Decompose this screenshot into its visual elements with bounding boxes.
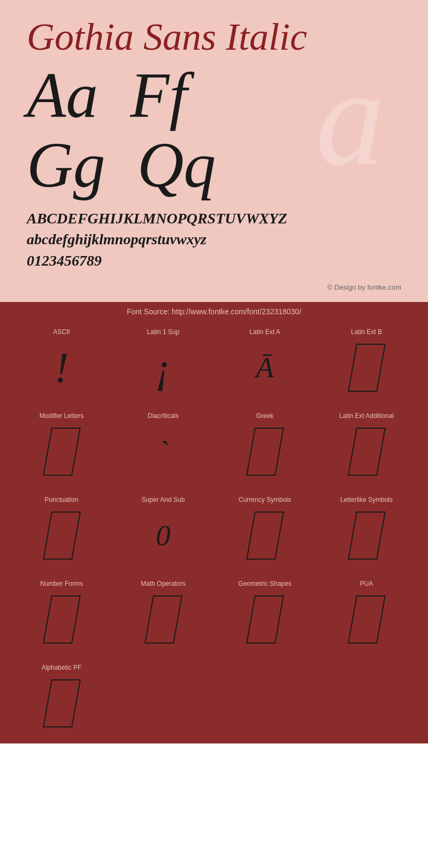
char-block: Latin Ext B — [316, 324, 417, 408]
font-source: Font Source: http://www.fontke.com/font/… — [0, 302, 428, 324]
char-label: Geometric Shapes — [219, 580, 310, 587]
glyph-rect — [246, 428, 284, 476]
char-glyph — [219, 422, 310, 481]
char-grid: ASCII!Latin 1 Sup¡Latin Ext AĀLatin Ext … — [0, 324, 428, 743]
glyph-rect — [348, 511, 386, 560]
char-label: Diacriticals — [118, 412, 209, 420]
glyph-rect — [348, 428, 386, 476]
char-block: ASCII! — [11, 324, 112, 408]
char-block: Geometric Shapes — [214, 576, 316, 660]
char-label: PUA — [321, 580, 412, 587]
alphabet-section: ABCDEFGHIJKLMNOPQRSTUVWXYZ abcdefghijklm… — [27, 208, 401, 279]
letter-pair-ff: Ff — [130, 64, 187, 128]
alphabet-upper: ABCDEFGHIJKLMNOPQRSTUVWXYZ — [27, 208, 401, 229]
letter-pair-gg: Gg — [27, 133, 105, 197]
char-label: Modifier Letters — [16, 412, 107, 420]
dark-section: Font Source: http://www.fontke.com/font/… — [0, 302, 428, 743]
char-block: Latin Ext AĀ — [214, 324, 316, 408]
preview-section: Gothia Sans Italic Aa Ff a Gg Qq ABCDEFG… — [0, 0, 428, 302]
glyph-char: Ā — [256, 353, 274, 382]
char-glyph: 0 — [118, 506, 209, 565]
char-glyph — [16, 590, 107, 649]
glyph-rect — [43, 428, 81, 476]
char-glyph: Ā — [219, 338, 310, 397]
char-glyph — [321, 338, 412, 397]
char-block: Currency Symbols — [214, 492, 316, 576]
glyph-rect — [43, 511, 81, 560]
char-label: Alphabetic PF — [16, 664, 107, 671]
glyph-char: ! — [55, 346, 69, 389]
char-block: Greek — [214, 408, 316, 492]
char-glyph — [118, 590, 209, 649]
glyph-rect — [348, 344, 386, 392]
char-block: Alphabetic PF — [11, 660, 112, 743]
char-glyph: ¡ — [118, 338, 209, 397]
char-glyph — [321, 506, 412, 565]
glyph-rect — [348, 595, 386, 644]
char-label: Super And Sub — [118, 496, 209, 503]
char-glyph — [16, 674, 107, 733]
letter-pair-aa: Aa — [27, 64, 98, 128]
char-label: Punctuation — [16, 496, 107, 503]
copyright: © Design by fontke.com — [27, 283, 401, 291]
char-label: Letterlike Symbols — [321, 496, 412, 503]
char-label: Currency Symbols — [219, 496, 310, 503]
char-block: Math Operators — [112, 576, 214, 660]
glyph-char: ` — [158, 437, 168, 466]
digits: 0123456789 — [27, 250, 401, 271]
letter-pair-qq: Qq — [137, 133, 216, 197]
char-block: Super And Sub0 — [112, 492, 214, 576]
char-label: Latin Ext A — [219, 328, 310, 336]
char-label: Number Forms — [16, 580, 107, 587]
char-label: Greek — [219, 412, 310, 420]
char-block: Number Forms — [11, 576, 112, 660]
char-label: Latin 1 Sup — [118, 328, 209, 336]
char-label: Latin Ext Additional — [321, 412, 412, 420]
char-glyph — [16, 422, 107, 481]
char-label: Math Operators — [118, 580, 209, 587]
glyph-char: ¡ — [155, 346, 171, 389]
char-block: Punctuation — [11, 492, 112, 576]
char-block: PUA — [316, 576, 417, 660]
char-block: Letterlike Symbols — [316, 492, 417, 576]
char-block: Latin 1 Sup¡ — [112, 324, 214, 408]
glyph-rect — [144, 595, 182, 644]
glyph-rect — [246, 595, 284, 644]
char-block: Latin Ext Additional — [316, 408, 417, 492]
char-label: Latin Ext B — [321, 328, 412, 336]
char-block: Modifier Letters — [11, 408, 112, 492]
char-label: ASCII — [16, 328, 107, 336]
glyph-rect — [246, 511, 284, 560]
char-glyph — [321, 590, 412, 649]
char-glyph: ` — [118, 422, 209, 481]
letter-showcase: Aa Ff a — [27, 64, 401, 128]
alphabet-lower: abcdefghijklmnopqrstuvwxyz — [27, 229, 401, 250]
glyph-rect — [43, 595, 81, 644]
char-glyph: ! — [16, 338, 107, 397]
char-glyph — [219, 506, 310, 565]
char-glyph — [321, 422, 412, 481]
glyph-char: 0 — [156, 521, 171, 550]
char-glyph — [219, 590, 310, 649]
char-block: Diacriticals` — [112, 408, 214, 492]
char-glyph — [16, 506, 107, 565]
letter-showcase-2: Gg Qq — [27, 133, 401, 197]
glyph-rect — [43, 679, 81, 727]
